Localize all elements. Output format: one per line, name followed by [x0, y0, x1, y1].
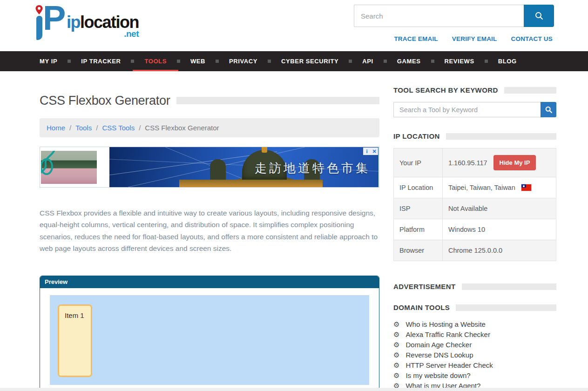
- breadcrumb-separator: /: [96, 124, 98, 132]
- gear-icon: ⚙: [393, 362, 399, 369]
- ad-close-icon[interactable]: ✕: [371, 148, 378, 155]
- nav-separator: [131, 60, 134, 63]
- breadcrumb-tools[interactable]: Tools: [75, 124, 92, 132]
- isp-value: Not Available: [443, 198, 556, 219]
- tool-search-heading: TOOL SEARCH BY KEYWORD: [393, 86, 556, 94]
- breadcrumb: Home / Tools / CSS Tools / CSS Flexbox G…: [40, 118, 379, 137]
- page: P iplocation .net TRACE EMAIL VERIFY EMA…: [0, 0, 588, 388]
- preview-header: Preview: [40, 276, 379, 288]
- domain-tool-link-http-header[interactable]: HTTP Server Header Check: [406, 361, 493, 369]
- ad-building-dome-cap: [262, 147, 267, 153]
- row-label: ISP: [394, 198, 443, 219]
- nav-item-reviews[interactable]: REVIEWS: [445, 51, 474, 71]
- map-pin-icon: [35, 5, 43, 16]
- your-ip-value: 1.160.95.117: [448, 159, 487, 167]
- ad-image-landscape: [41, 151, 97, 184]
- ip-location-heading: IP LOCATION: [393, 132, 556, 140]
- domain-tool-link-hosting[interactable]: Who is Hosting a Website: [406, 320, 485, 328]
- table-row: Browser Chrome 125.0.0.0: [394, 240, 556, 261]
- list-item: ⚙Domain Age Checker: [393, 339, 556, 350]
- main-nav: MY IP IP TRACKER TOOLS WEB PRIVACY CYBER…: [0, 51, 588, 71]
- nav-separator: [268, 60, 271, 63]
- header-search-form: [354, 5, 554, 27]
- nav-separator: [349, 60, 352, 63]
- gear-icon: ⚙: [393, 382, 399, 388]
- browser-value: Chrome 125.0.0.0: [443, 240, 556, 261]
- domain-tool-link-domain-age[interactable]: Domain Age Checker: [406, 341, 472, 349]
- hide-my-ip-button[interactable]: Hide My IP: [493, 155, 536, 170]
- gear-icon: ⚙: [393, 331, 399, 338]
- nav-item-cyber-security[interactable]: CYBER SECURITY: [281, 51, 338, 71]
- site-logo[interactable]: P iplocation .net: [35, 4, 139, 42]
- table-row: IP Location Taipei, Taiwan, Taiwan: [394, 177, 556, 198]
- breadcrumb-home[interactable]: Home: [47, 124, 65, 132]
- heading-decorative-bar: [462, 283, 556, 290]
- nav-item-blog[interactable]: BLOG: [498, 51, 517, 71]
- content: CSS Flexbox Generator Home / Tools / CSS…: [0, 71, 588, 388]
- ad-building-base: [179, 180, 323, 187]
- domain-tool-link-website-down[interactable]: Is my website down?: [406, 371, 470, 379]
- header-search-input[interactable]: [354, 5, 524, 27]
- trace-email-link[interactable]: TRACE EMAIL: [394, 35, 438, 42]
- contact-us-link[interactable]: CONTACT US: [511, 35, 553, 42]
- adchoices-info-icon[interactable]: i: [363, 148, 371, 155]
- flex-preview-container: Item 1: [50, 295, 369, 385]
- list-item: ⚙Who is Hosting a Website: [393, 319, 556, 329]
- nav-separator: [384, 60, 387, 63]
- nav-item-ip-tracker[interactable]: IP TRACKER: [81, 51, 121, 71]
- tool-search-input[interactable]: [393, 102, 541, 117]
- row-label: Browser: [394, 240, 443, 261]
- list-item: ⚙Is my website down?: [393, 370, 556, 380]
- breadcrumb-separator: /: [139, 124, 141, 132]
- search-icon: [545, 106, 553, 114]
- nav-item-my-ip[interactable]: MY IP: [40, 51, 57, 71]
- nav-separator: [68, 60, 71, 63]
- logo-ip: ip: [67, 13, 80, 32]
- domain-tool-link-user-agent[interactable]: What is my User Agent?: [406, 382, 480, 388]
- gear-icon: ⚙: [393, 372, 399, 379]
- row-label: Platform: [394, 219, 443, 240]
- taiwan-flag-icon: [521, 184, 531, 191]
- gear-icon: ⚙: [393, 351, 399, 358]
- ip-info-table: Your IP 1.160.95.117 Hide My IP IP Locat…: [393, 148, 556, 261]
- logo-mark: P: [35, 4, 66, 42]
- main-column: CSS Flexbox Generator Home / Tools / CSS…: [40, 86, 379, 388]
- table-row: Your IP 1.160.95.117 Hide My IP: [394, 148, 556, 177]
- tool-description: CSS Flexbox provides a flexible and intu…: [40, 207, 379, 254]
- list-item: ⚙What is my User Agent?: [393, 380, 556, 388]
- ad-doodle-line: [41, 151, 79, 184]
- nav-separator: [216, 60, 219, 63]
- verify-email-link[interactable]: VERIFY EMAIL: [452, 35, 497, 42]
- flex-preview-item: Item 1: [58, 304, 92, 377]
- nav-separator: [177, 60, 180, 63]
- nav-separator: [485, 60, 488, 63]
- logo-text: iplocation .net: [67, 14, 139, 39]
- breadcrumb-css-tools[interactable]: CSS Tools: [102, 124, 135, 132]
- domain-tools-list: ⚙Who is Hosting a Website ⚙Alexa Traffic…: [393, 319, 556, 388]
- title-decorative-bar: [176, 97, 379, 104]
- heading-decorative-bar: [504, 87, 556, 94]
- nav-item-games[interactable]: GAMES: [397, 51, 421, 71]
- ad-banner[interactable]: 走訪地道特色市集 i ✕: [40, 147, 379, 188]
- heading-decorative-bar: [446, 133, 556, 140]
- nav-item-web[interactable]: WEB: [190, 51, 205, 71]
- row-label: IP Location: [394, 177, 443, 198]
- nav-item-privacy[interactable]: PRIVACY: [229, 51, 257, 71]
- header-search-button[interactable]: [524, 5, 554, 27]
- nav-item-api[interactable]: API: [362, 51, 373, 71]
- nav-item-tools[interactable]: TOOLS: [144, 51, 167, 71]
- heading-decorative-bar: [456, 304, 556, 311]
- ad-caption: 走訪地道特色市集: [255, 160, 370, 176]
- sidebar: TOOL SEARCH BY KEYWORD IP LOCATION: [393, 86, 556, 388]
- domain-tool-link-alexa[interactable]: Alexa Traffic Rank Checker: [406, 330, 490, 338]
- table-row: Platform Windows 10: [394, 219, 556, 240]
- list-item: ⚙Alexa Traffic Rank Checker: [393, 329, 556, 339]
- tool-search-button[interactable]: [541, 102, 556, 117]
- table-row: ISP Not Available: [394, 198, 556, 219]
- domain-tool-link-reverse-dns[interactable]: Reverse DNS Lookup: [406, 351, 473, 359]
- preview-body: Item 1: [40, 288, 379, 388]
- below-fold-background: [0, 388, 588, 391]
- search-icon: [534, 11, 544, 20]
- ip-location-value: Taipei, Taiwan, Taiwan: [448, 184, 515, 191]
- logo-i-shape: [36, 16, 42, 40]
